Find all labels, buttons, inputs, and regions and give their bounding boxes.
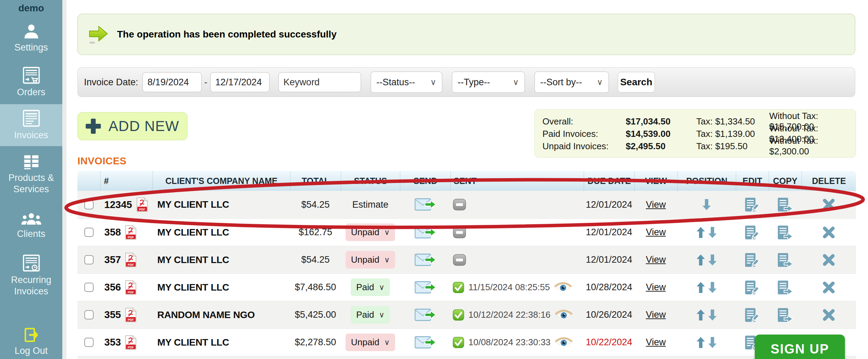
move-up-icon[interactable] xyxy=(697,337,705,348)
status-filter-select[interactable]: --Status-- ∨ xyxy=(371,72,442,93)
sent-timestamp: 11/15/2024 08:25:55 xyxy=(468,282,550,293)
view-link[interactable]: View xyxy=(646,254,666,265)
view-link[interactable]: View xyxy=(646,282,666,293)
delete-icon[interactable] xyxy=(823,281,835,294)
summary-amount: $2,495.50 xyxy=(626,141,696,152)
copy-icon[interactable] xyxy=(777,197,793,212)
svg-text:PDF: PDF xyxy=(128,291,134,294)
header-total[interactable]: TOTAL xyxy=(290,171,341,191)
view-link[interactable]: View xyxy=(646,337,666,348)
view-link[interactable]: View xyxy=(646,309,666,320)
status-select[interactable]: Unpaid ∨ xyxy=(346,251,395,269)
header-number[interactable]: # xyxy=(100,171,152,191)
totals-summary-box: Overall: $17,034.50 Tax: $1,334.50 Witho… xyxy=(534,109,856,157)
delete-icon[interactable] xyxy=(823,254,835,266)
date-to-input[interactable] xyxy=(210,72,269,92)
row-checkbox[interactable] xyxy=(84,310,94,319)
view-link[interactable]: View xyxy=(646,199,666,210)
pdf-icon[interactable]: PDF xyxy=(125,307,137,323)
sent-check-icon xyxy=(453,282,464,293)
invoice-number: 357 xyxy=(104,254,121,265)
table-row: 356 PDF MY CLIENT LLC $7,486.50 Paid ∨ 1… xyxy=(77,273,856,301)
sidebar-item-label: Recurring Invoices xyxy=(4,274,59,297)
move-up-icon[interactable] xyxy=(697,282,705,293)
move-down-icon[interactable] xyxy=(708,254,717,265)
sidebar-item-logout[interactable]: Log Out xyxy=(0,323,62,358)
preview-eye-icon[interactable] xyxy=(555,336,573,349)
sidebar-item-recurring-invoices[interactable]: Recurring Invoices xyxy=(0,250,62,302)
move-up-icon[interactable] xyxy=(697,309,705,320)
sidebar-item-settings[interactable]: Settings xyxy=(0,19,62,58)
edit-icon[interactable] xyxy=(744,197,760,212)
page-title: INVOICES xyxy=(77,155,127,167)
edit-icon[interactable] xyxy=(744,225,760,240)
delete-icon[interactable] xyxy=(823,309,835,321)
date-from-input[interactable] xyxy=(142,72,202,92)
sidebar: demo Settings Orders Invoices Products &… xyxy=(0,0,62,359)
row-checkbox[interactable] xyxy=(84,255,94,264)
send-invoice-icon[interactable] xyxy=(415,335,436,350)
row-checkbox[interactable] xyxy=(84,283,94,292)
header-sent[interactable]: SENT xyxy=(451,171,584,191)
pdf-icon[interactable]: PDF xyxy=(125,252,137,268)
move-down-icon[interactable] xyxy=(708,337,717,348)
due-date: 12/01/2024 xyxy=(586,199,632,210)
send-invoice-icon[interactable] xyxy=(415,197,436,212)
invoices-table: # CLIENT'S COMPANY NAME TOTAL STATUS SEN… xyxy=(77,171,856,359)
type-filter-select[interactable]: --Type-- ∨ xyxy=(452,72,525,93)
row-checkbox[interactable] xyxy=(84,338,94,347)
sidebar-item-invoices[interactable]: Invoices xyxy=(0,104,62,146)
not-sent-icon xyxy=(453,226,466,239)
status-select[interactable]: Unpaid ∨ xyxy=(346,224,395,241)
pdf-icon[interactable]: PDF xyxy=(125,225,137,240)
pdf-icon[interactable]: PDF xyxy=(125,335,137,350)
plus-icon xyxy=(86,119,101,134)
search-button[interactable]: Search xyxy=(618,72,655,93)
delete-icon[interactable] xyxy=(823,198,835,211)
move-up-icon[interactable] xyxy=(697,227,705,238)
header-status[interactable]: STATUS xyxy=(341,171,400,191)
send-invoice-icon[interactable] xyxy=(415,307,436,323)
move-down-icon[interactable] xyxy=(708,227,717,238)
send-invoice-icon[interactable] xyxy=(415,252,436,268)
move-up-icon[interactable] xyxy=(697,254,705,265)
add-new-button[interactable]: ADD NEW xyxy=(77,112,188,140)
status-select[interactable]: Paid ∨ xyxy=(351,306,390,324)
status-value: Paid xyxy=(356,282,374,293)
chevron-down-icon: ∨ xyxy=(379,283,384,292)
copy-icon[interactable] xyxy=(777,280,793,295)
sidebar-item-orders[interactable]: Orders xyxy=(0,62,62,102)
status-select[interactable]: Unpaid ∨ xyxy=(346,334,395,351)
status-select[interactable]: Paid ∨ xyxy=(351,279,390,296)
svg-text:PDF: PDF xyxy=(128,318,134,322)
edit-icon[interactable] xyxy=(744,252,760,268)
header-due-date[interactable]: DUE DATE xyxy=(584,171,634,191)
view-link[interactable]: View xyxy=(646,227,666,238)
invoice-total: $5,425.00 xyxy=(295,309,336,320)
edit-icon[interactable] xyxy=(744,307,760,323)
sort-filter-select[interactable]: --Sort by-- ∨ xyxy=(534,72,609,93)
row-checkbox[interactable] xyxy=(84,228,94,237)
move-down-icon[interactable] xyxy=(708,282,717,293)
copy-icon[interactable] xyxy=(777,252,793,268)
sidebar-item-products-services[interactable]: Products & Services xyxy=(0,149,62,199)
sidebar-item-clients[interactable]: Clients xyxy=(0,207,62,244)
preview-eye-icon[interactable] xyxy=(554,281,572,294)
pdf-icon[interactable]: PDF xyxy=(125,280,137,295)
header-client[interactable]: CLIENT'S COMPANY NAME xyxy=(152,171,290,191)
row-checkbox[interactable] xyxy=(84,200,94,209)
status-value: Paid xyxy=(356,309,374,320)
copy-icon[interactable] xyxy=(777,225,793,240)
send-invoice-icon[interactable] xyxy=(415,225,436,240)
invoice-total: $7,486.50 xyxy=(295,282,336,293)
copy-icon[interactable] xyxy=(777,307,793,323)
pdf-icon[interactable]: PDF xyxy=(136,197,148,212)
edit-icon[interactable] xyxy=(744,280,760,295)
move-down-icon[interactable] xyxy=(708,309,717,320)
sign-up-button[interactable]: SIGN UP xyxy=(755,335,845,359)
delete-icon[interactable] xyxy=(823,226,835,239)
preview-eye-icon[interactable] xyxy=(555,309,573,321)
keyword-input[interactable] xyxy=(278,72,361,92)
send-invoice-icon[interactable] xyxy=(415,280,436,295)
move-down-icon[interactable] xyxy=(702,199,711,210)
